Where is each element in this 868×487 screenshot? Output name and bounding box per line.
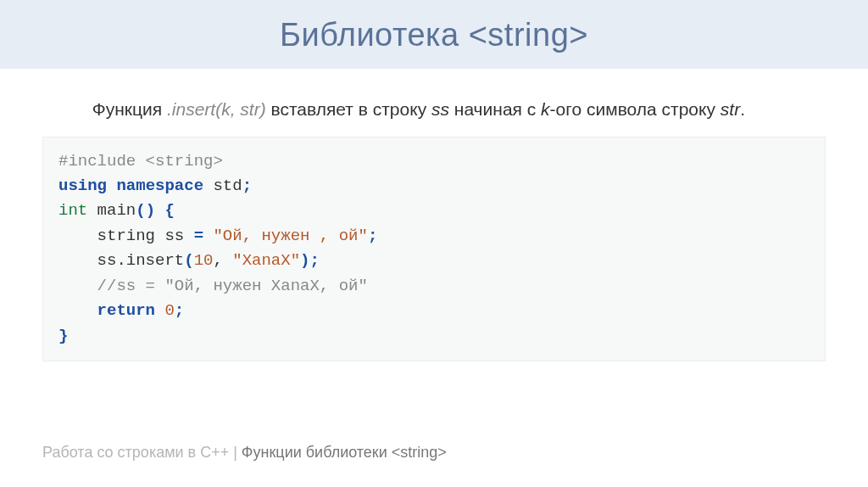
code-number: 10 (194, 251, 214, 270)
code-string: "XanaX" (232, 251, 300, 270)
code-token: , (213, 251, 232, 270)
desc-text: . (740, 99, 745, 119)
desc-text: -ого символа строку (550, 99, 721, 119)
footer: Работа со строками в C++ | Функции библи… (42, 444, 447, 462)
title-bar: Библиотека <string> (0, 0, 868, 69)
code-punc: ; (242, 176, 252, 195)
code-punc: () (136, 201, 155, 220)
desc-var-ss: ss (431, 99, 449, 119)
desc-var-str: str (721, 99, 740, 119)
code-kw-using: using (58, 176, 107, 195)
code-token: std (203, 176, 242, 195)
code-type-int: int (58, 201, 87, 220)
page-title: Библиотека <string> (0, 17, 868, 53)
code-number: 0 (164, 301, 174, 320)
code-indent (58, 277, 97, 295)
code-token: main (87, 201, 136, 220)
code-punc: } (58, 327, 68, 345)
code-punc: { (155, 201, 175, 220)
desc-text: вставляет в строку (266, 99, 431, 119)
code-punc: ; (310, 251, 320, 270)
desc-text: начиная с (449, 99, 541, 119)
code-kw-return: return (97, 301, 155, 320)
code-indent (58, 251, 97, 270)
code-comment: //ss = "Ой, нужен XanaX, ой" (97, 277, 368, 295)
desc-func: .insert(k, str) (167, 99, 266, 119)
code-token: string ss (97, 227, 194, 245)
code-punc: ( (184, 251, 193, 270)
content-area: Функция .insert(k, str) вставляет в стро… (0, 69, 868, 361)
footer-dark: Функции библиотеки <string> (242, 444, 447, 461)
code-punc: ; (175, 301, 184, 320)
code-punc: ) (300, 251, 309, 270)
code-string: "Ой, нужен , ой" (213, 227, 367, 245)
code-block: #include <string> using namespace std; i… (42, 137, 826, 362)
description-paragraph: Функция .insert(k, str) вставляет в стро… (42, 96, 826, 123)
footer-light: Работа со строками в C++ | (42, 444, 242, 461)
code-kw-namespace: namespace (116, 176, 203, 195)
code-token (203, 227, 213, 245)
code-token: ss.insert (97, 251, 185, 270)
desc-var-k: k (541, 99, 550, 119)
code-token (155, 301, 164, 320)
desc-text: Функция (92, 99, 167, 119)
code-punc: = (194, 227, 203, 245)
code-indent (58, 227, 97, 245)
code-include: #include <string> (58, 152, 223, 171)
code-indent (58, 301, 97, 320)
code-punc: ; (368, 227, 377, 245)
